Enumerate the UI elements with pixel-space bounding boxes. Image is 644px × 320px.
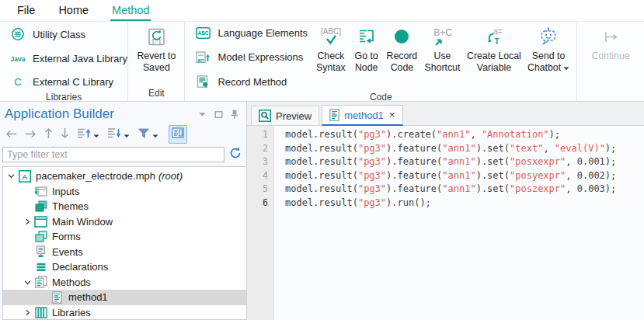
button-text: Create Local Variable	[467, 50, 521, 73]
line-number: 4	[247, 169, 268, 183]
tab-label: Preview	[276, 110, 312, 122]
external-java-library-button[interactable]: JavaExternal Java Library	[5, 52, 130, 65]
create-local-variable-button[interactable]: a=TCreate Local Variable	[466, 24, 522, 76]
expander-open-icon[interactable]	[22, 279, 33, 286]
code-text: ).run();	[386, 197, 431, 208]
tree-item-methods[interactable]: Methods	[3, 275, 246, 290]
svg-text:ABC: ABC	[197, 30, 208, 36]
declarations-icon	[33, 263, 48, 272]
tree-item-label: pacemaker_electrode.mph	[36, 170, 155, 182]
record-method-button[interactable]: Record Method	[190, 75, 310, 89]
button-text: Continue	[591, 50, 629, 61]
continue-icon	[599, 27, 622, 50]
expander-closed-icon[interactable]	[22, 309, 33, 316]
move-node-up-button[interactable]	[76, 127, 100, 143]
events-icon	[33, 245, 48, 258]
forward-button[interactable]	[24, 127, 37, 142]
method-icon	[50, 291, 64, 304]
pin-icon[interactable]	[231, 110, 238, 120]
model-expressions-button[interactable]: a=Model Expressions	[190, 50, 310, 64]
tab-method1[interactable]: method1×	[322, 105, 402, 126]
back-button[interactable]	[5, 127, 18, 142]
themes-icon	[33, 200, 48, 212]
editor-tools-button[interactable]	[169, 125, 187, 144]
tree-item-declarations[interactable]: Declarations	[3, 259, 246, 275]
string-literal: "ann1"	[442, 156, 475, 167]
button-label: Record Method	[218, 76, 287, 88]
tab-preview[interactable]: Preview	[251, 106, 319, 125]
tree-toolbar	[0, 123, 246, 144]
code-line: model.result("pg3").create("ann1", "Anno…	[285, 128, 616, 142]
code-text: model.result(	[285, 156, 358, 167]
line-number: 1	[247, 128, 268, 142]
line-number-gutter: 123456	[247, 126, 274, 320]
filter-input[interactable]	[2, 147, 225, 162]
close-icon[interactable]: ×	[389, 110, 395, 120]
utility-class-button[interactable]: Utility Class	[5, 26, 130, 42]
code-text: , 0.001);	[566, 156, 616, 167]
string-literal: "pg3"	[358, 183, 386, 194]
string-literal: "eval(V)"	[555, 143, 605, 154]
button-label: External Java Library	[33, 53, 127, 64]
utility-class-icon	[8, 27, 28, 41]
menu-file[interactable]: File	[16, 0, 37, 21]
chevron-down-icon[interactable]	[198, 112, 207, 117]
menu-method[interactable]: Method	[110, 0, 151, 21]
record-code-button[interactable]: Record Code	[385, 24, 419, 76]
menu-home[interactable]: Home	[57, 0, 90, 21]
java-icon: Java	[8, 53, 28, 64]
tree-item-method1[interactable]: method1	[3, 290, 246, 305]
tree-item-label: Declarations	[52, 261, 108, 273]
code-content[interactable]: model.result("pg3").create("ann1", "Anno…	[274, 126, 616, 320]
revert-to-saved-button[interactable]: Revert to Saved	[134, 24, 179, 76]
expander-open-icon[interactable]	[5, 172, 17, 179]
tree-item-pacemaker-electrode-mph[interactable]: Apacemaker_electrode.mph(root)	[3, 169, 246, 184]
continue-button[interactable]: Continue	[587, 24, 635, 64]
filter-button[interactable]	[137, 127, 159, 143]
send-to-chatbot-button[interactable]: Send to Chatbot	[526, 24, 571, 76]
libraries-icon	[33, 307, 48, 318]
move-node-down-button[interactable]	[106, 127, 131, 143]
go-to-node-button[interactable]: Go to Node	[352, 24, 381, 76]
application-builder-panel: Application Builder Apacemaker_electrode…	[0, 102, 247, 320]
code-text: , 0.002);	[566, 170, 616, 181]
language-elements-button[interactable]: ABCLanguage Elements	[190, 26, 310, 40]
preview-icon	[259, 110, 271, 122]
tree-item-label: Themes	[52, 200, 89, 212]
arrow-down-icon	[61, 127, 69, 142]
code-text: ).feature(	[386, 156, 442, 167]
use-shortcut-button[interactable]: B+CUse Shortcut	[423, 24, 462, 76]
code-text: ).set(	[476, 183, 510, 194]
tree-item-forms[interactable]: Forms	[3, 229, 246, 245]
tree-item-events[interactable]: Events	[3, 245, 246, 260]
expander-closed-icon[interactable]	[22, 218, 33, 225]
code-text: ).set(	[476, 156, 510, 167]
string-literal: "ann1"	[442, 183, 475, 194]
arrow-left-icon	[5, 127, 17, 141]
svg-text:B+C: B+C	[434, 27, 453, 38]
line-number: 6	[247, 197, 268, 210]
restore-icon[interactable]	[214, 110, 223, 119]
ribbon-group-libraries: Utility ClassJavaExternal Java LibraryCE…	[0, 22, 127, 101]
check-syntax-icon: [ABC]	[317, 26, 345, 50]
external-c-library-button[interactable]: CExternal C Library	[5, 75, 130, 89]
tree-item-main-window[interactable]: Main Window	[3, 214, 246, 230]
move-up-button[interactable]	[44, 127, 54, 143]
use-shortcut-icon: B+C	[428, 26, 456, 50]
code-text: model.result(	[285, 183, 358, 194]
code-area[interactable]: 123456 model.result("pg3").create("ann1"…	[247, 126, 644, 320]
ribbon-continue-group: Continue	[576, 22, 644, 101]
move-down-button[interactable]	[60, 127, 70, 143]
tree-item-themes[interactable]: Themes	[3, 199, 246, 214]
tree-item-libraries[interactable]: Libraries	[3, 305, 246, 320]
code-text: ).set(	[476, 143, 510, 154]
refresh-icon[interactable]	[229, 147, 242, 162]
code-line: model.result("pg3").feature("ann1").set(…	[285, 142, 616, 156]
goto-node-icon	[356, 26, 378, 50]
code-text: model.result(	[285, 170, 358, 181]
button-text: Go to Node	[355, 50, 378, 73]
svg-text:T: T	[494, 37, 499, 45]
string-literal: "poszexpr"	[510, 183, 566, 194]
check-syntax-button[interactable]: [ABC]Check Syntax	[314, 24, 347, 76]
tree-item-inputs[interactable]: Inputs	[3, 184, 246, 200]
